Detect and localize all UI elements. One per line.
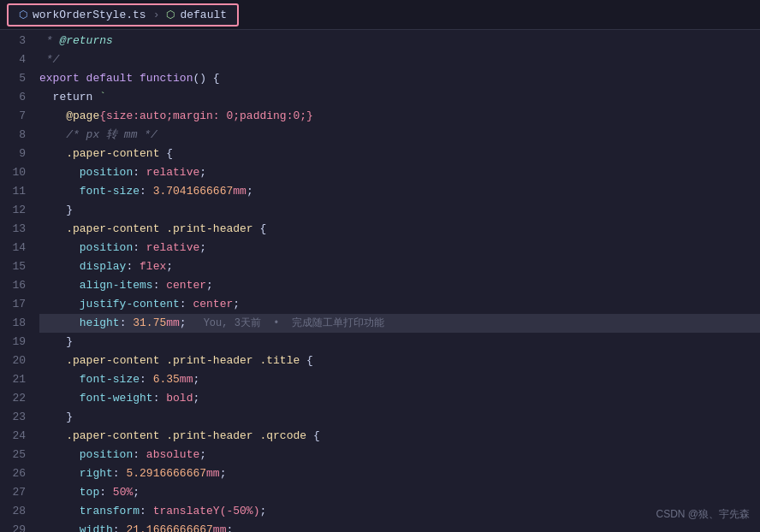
table-row: position: absolute;: [39, 446, 760, 464]
token: ;: [193, 392, 199, 405]
token: justify-content: [80, 298, 180, 310]
code-tokens: .paper-content {: [39, 145, 173, 163]
token: :: [180, 298, 193, 310]
line-number: 25: [7, 446, 26, 464]
token: [39, 222, 66, 235]
token: [39, 373, 80, 386]
token: top: [80, 486, 99, 499]
code-tokens: * @returns: [39, 32, 113, 50]
token: :: [133, 166, 146, 179]
token: absolute: [146, 448, 199, 461]
token: 6.35: [153, 373, 180, 386]
token: .paper-content .print-header: [66, 222, 252, 235]
token: ;: [166, 260, 173, 273]
token: }: [39, 335, 73, 348]
token: display: [80, 260, 127, 273]
token: [39, 354, 66, 367]
token: /* px 转 mm */: [66, 128, 157, 141]
table-row: }: [39, 201, 760, 220]
code-content[interactable]: * @returns */export default function() {…: [36, 30, 760, 532]
token: [39, 166, 80, 179]
active-tab[interactable]: ⬡ workOrderStyle.ts › ⬡ default: [7, 3, 239, 27]
token: width: [80, 523, 113, 532]
token: 3.7041666667: [153, 185, 234, 198]
token: [39, 241, 80, 254]
token: [39, 109, 66, 122]
token: mm: [233, 185, 246, 198]
token: :: [153, 392, 167, 405]
code-tokens: top: 50%;: [39, 483, 140, 502]
token: ;: [220, 467, 227, 480]
code-tokens: }: [39, 333, 73, 352]
token: return: [39, 91, 99, 103]
token: ;: [180, 316, 187, 329]
code-tokens: */: [39, 50, 59, 69]
code-tokens: .paper-content .print-header .qrcode {: [39, 427, 320, 446]
line-number: 27: [7, 483, 26, 502]
token: }: [39, 411, 73, 423]
code-tokens: justify-content: center;: [39, 295, 240, 314]
token: :: [120, 316, 134, 329]
token: :: [113, 467, 127, 480]
token: position: [80, 166, 133, 179]
code-tokens: position: relative;: [39, 163, 206, 182]
code-tokens: @page{size:auto;margin: 0;padding:0;}: [39, 107, 313, 126]
token: `: [99, 91, 106, 103]
table-row: top: 50%;: [39, 483, 760, 502]
table-row: }: [39, 333, 760, 352]
token: center: [193, 298, 233, 310]
line-number: 17: [7, 295, 26, 314]
line-numbers: 3456789101112131415161718192021222324252…: [0, 30, 36, 532]
line-number: 21: [7, 370, 26, 389]
token: mm: [166, 316, 180, 329]
token: */: [39, 53, 59, 66]
git-blame: You, 3天前 • 完成随工单打印功能: [204, 314, 384, 333]
code-tokens: height: 31.75mm;: [39, 314, 187, 333]
code-tokens: display: flex;: [39, 257, 173, 276]
code-tokens: font-size: 6.35mm;: [39, 370, 199, 389]
token: {: [253, 222, 267, 235]
token: ;: [259, 505, 266, 517]
code-tokens: align-items: center;: [39, 276, 213, 295]
line-number: 23: [7, 408, 26, 427]
code-area: 3456789101112131415161718192021222324252…: [0, 30, 760, 532]
token: [39, 523, 80, 532]
token: *: [39, 34, 59, 47]
table-row: }: [39, 408, 760, 427]
table-row: /* px 转 mm */: [39, 126, 760, 145]
token: function: [140, 72, 193, 85]
line-number: 18: [7, 314, 26, 333]
line-number: 12: [7, 201, 26, 220]
table-row: transform: translateY(-50%);: [39, 502, 760, 521]
code-tokens: width: 21.1666666667mm;: [39, 521, 233, 532]
table-row: export default function() {: [39, 69, 760, 88]
token: ;: [133, 486, 140, 499]
code-tokens: right: 5.2916666667mm;: [39, 464, 226, 483]
token: relative: [146, 166, 199, 179]
table-row: .paper-content .print-header .title {: [39, 352, 760, 370]
table-row: .paper-content .print-header .qrcode {: [39, 427, 760, 446]
line-number: 10: [7, 163, 26, 182]
token: .paper-content .print-header .title: [66, 354, 300, 367]
token: 5.2916666667: [126, 467, 206, 480]
token: mm: [206, 467, 220, 480]
token: {: [306, 429, 320, 442]
token: position: [80, 448, 133, 461]
line-number: 8: [7, 126, 26, 145]
line-number: 15: [7, 257, 26, 276]
token: ;: [199, 241, 206, 254]
tab-bar: ⬡ workOrderStyle.ts › ⬡ default: [0, 0, 760, 30]
table-row: right: 5.2916666667mm;: [39, 464, 760, 483]
token: .paper-content: [66, 147, 159, 160]
token: center: [166, 279, 206, 292]
token: relative: [146, 241, 199, 254]
code-tokens: }: [39, 408, 73, 427]
line-number: 29: [7, 521, 26, 532]
token: default: [86, 72, 140, 85]
line-number: 19: [7, 333, 26, 352]
token: ;: [226, 523, 233, 532]
code-tokens: font-weight: bold;: [39, 389, 199, 408]
tab-separator: ›: [153, 9, 160, 21]
table-row: font-size: 6.35mm;: [39, 370, 760, 389]
token: {: [300, 354, 313, 367]
